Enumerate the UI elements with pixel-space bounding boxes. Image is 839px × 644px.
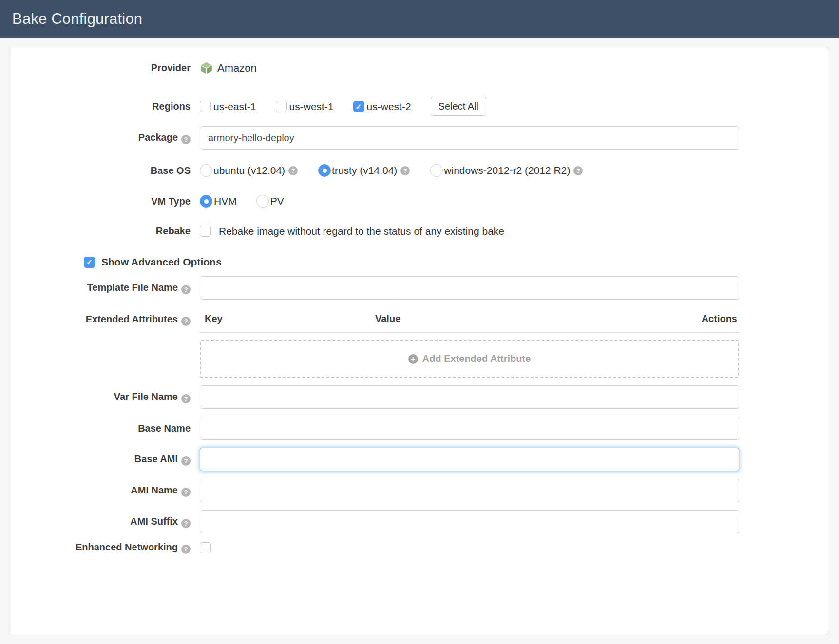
provider-value: Amazon [200, 61, 257, 75]
help-icon[interactable]: ? [181, 394, 191, 403]
amazon-provider-icon [200, 61, 213, 75]
rebake-row: Rebake Rebake image without regard to th… [11, 225, 828, 237]
region-checkbox-us-west-2[interactable]: ✓ us-west-2 [353, 101, 411, 113]
ami-suffix-input[interactable] [200, 510, 739, 533]
help-icon[interactable]: ? [181, 456, 191, 466]
help-icon[interactable]: ? [181, 545, 191, 554]
help-icon[interactable]: ? [181, 135, 191, 144]
radio-icon[interactable] [256, 195, 269, 208]
base-os-radio-ubuntu[interactable]: ubuntu (v12.04) ? [200, 164, 298, 177]
radio-selected-icon[interactable] [318, 164, 331, 177]
ami-suffix-row: AMI Suffix? [11, 510, 828, 533]
select-all-button[interactable]: Select All [431, 97, 486, 116]
help-icon[interactable]: ? [181, 317, 191, 326]
regions-row: Regions us-east-1 us-west-1 ✓ us-west-2 … [11, 97, 828, 116]
var-file-name-label: Var File Name [114, 391, 178, 402]
column-header-key: Key [205, 313, 375, 324]
base-ami-row: Base AMI? [11, 448, 828, 471]
base-ami-input[interactable] [200, 448, 739, 471]
package-label: Package [138, 132, 178, 143]
base-os-radio-trusty[interactable]: trusty (v14.04) ? [318, 164, 410, 177]
extended-attributes-label: Extended Attributes [86, 314, 178, 324]
bake-configuration-form: Provider Amazon Regions us-east-1 [11, 48, 828, 634]
package-row: Package? [11, 126, 828, 150]
ami-name-label: AMI Name [131, 485, 178, 495]
base-os-radio-windows-2012-r2[interactable]: windows-2012-r2 (2012 R2) ? [430, 164, 583, 177]
base-os-row: Base OS ubuntu (v12.04) ? trusty (v14.04… [11, 164, 828, 177]
region-checkbox-us-west-1[interactable]: us-west-1 [276, 101, 334, 113]
base-name-label: Base Name [138, 423, 191, 434]
template-file-name-label: Template File Name [87, 282, 178, 293]
regions-label: Regions [11, 100, 200, 113]
checkbox-checked-icon[interactable]: ✓ [353, 101, 364, 112]
base-os-label: Base OS [11, 165, 200, 177]
package-input[interactable] [200, 126, 739, 150]
help-icon[interactable]: ? [181, 488, 191, 497]
var-file-name-row: Var File Name? [11, 385, 828, 409]
show-advanced-options-label: Show Advanced Options [101, 256, 222, 268]
ami-suffix-label: AMI Suffix [130, 516, 178, 527]
checkbox-icon[interactable] [200, 101, 211, 112]
extended-attributes-row: Extended Attributes? Key Value Actions +… [11, 313, 828, 378]
enhanced-networking-label: Enhanced Networking [76, 542, 178, 552]
region-checkbox-us-east-1[interactable]: us-east-1 [200, 101, 256, 113]
radio-selected-icon[interactable] [200, 195, 212, 208]
modal-header: Bake Configuration [0, 0, 839, 38]
add-extended-attribute-button[interactable]: + Add Extended Attribute [200, 340, 739, 378]
rebake-label: Rebake [11, 225, 200, 237]
plus-circle-icon: + [408, 354, 418, 364]
provider-label: Provider [11, 62, 200, 74]
help-icon[interactable]: ? [288, 166, 298, 175]
help-icon[interactable]: ? [181, 519, 191, 528]
vm-type-row: VM Type HVM PV [11, 195, 828, 208]
vm-type-label: VM Type [11, 195, 200, 208]
base-name-input[interactable] [200, 417, 739, 440]
extended-attributes-table-header: Key Value Actions [200, 313, 739, 333]
help-icon[interactable]: ? [573, 166, 583, 175]
base-ami-label: Base AMI [134, 454, 178, 464]
help-icon[interactable]: ? [181, 285, 191, 294]
enhanced-networking-checkbox[interactable] [200, 542, 211, 553]
vm-type-radio-hvm[interactable]: HVM [200, 195, 237, 208]
base-name-row: Base Name [11, 417, 828, 440]
rebake-checkbox[interactable]: Rebake image without regard to the statu… [200, 226, 504, 237]
vm-type-radio-pv[interactable]: PV [256, 195, 284, 208]
page-title: Bake Configuration [12, 10, 142, 28]
checkbox-checked-icon[interactable]: ✓ [84, 257, 95, 268]
show-advanced-options-toggle[interactable]: ✓ Show Advanced Options [84, 256, 828, 268]
enhanced-networking-row: Enhanced Networking? [11, 541, 828, 554]
radio-icon[interactable] [200, 164, 212, 177]
ami-name-row: AMI Name? [11, 479, 828, 502]
template-file-name-input[interactable] [200, 276, 739, 300]
help-icon[interactable]: ? [400, 166, 410, 175]
provider-row: Provider Amazon [11, 61, 828, 75]
checkbox-icon[interactable] [276, 101, 287, 112]
var-file-name-input[interactable] [200, 385, 739, 409]
checkbox-icon[interactable] [200, 226, 211, 237]
template-file-name-row: Template File Name? [11, 276, 828, 300]
ami-name-input[interactable] [200, 479, 739, 502]
radio-icon[interactable] [430, 164, 443, 177]
column-header-value: Value [375, 313, 702, 324]
column-header-actions: Actions [702, 313, 737, 324]
